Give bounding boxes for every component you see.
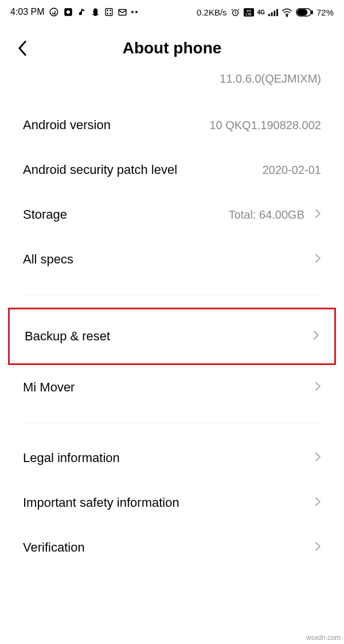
svg-rect-16 bbox=[276, 9, 278, 15]
whatsapp-icon bbox=[49, 7, 59, 17]
battery-percent: 72% bbox=[316, 7, 334, 17]
storage-label: Storage bbox=[23, 207, 67, 222]
chevron-right-icon bbox=[315, 541, 321, 554]
row-storage[interactable]: Storage Total: 64.00GB bbox=[0, 192, 344, 237]
svg-rect-13 bbox=[268, 14, 270, 16]
svg-rect-19 bbox=[311, 10, 312, 14]
status-bar: 4:03 PM •• 0.2KB/s VOLTE 4G bbox=[0, 0, 344, 24]
tiktok-icon bbox=[77, 7, 87, 17]
chevron-right-icon bbox=[315, 496, 321, 509]
wifi-icon bbox=[282, 8, 292, 17]
verification-label: Verification bbox=[23, 540, 85, 555]
chevron-left-icon bbox=[17, 40, 27, 56]
storage-value: Total: 64.00GB bbox=[229, 208, 304, 222]
svg-rect-14 bbox=[271, 12, 273, 16]
svg-point-0 bbox=[50, 8, 58, 16]
svg-rect-3 bbox=[105, 9, 112, 15]
row-backup-reset[interactable]: Backup & reset bbox=[10, 309, 334, 363]
content: 11.0.6.0(QEJMIXM) Android version 10 QKQ… bbox=[0, 68, 344, 570]
snapchat-icon bbox=[91, 7, 100, 17]
legal-label: Legal information bbox=[23, 451, 120, 465]
volte-icon: VOLTE bbox=[244, 8, 254, 17]
signal-4g-icon: 4G bbox=[257, 9, 265, 15]
all-specs-label: All specs bbox=[23, 252, 73, 267]
chevron-right-icon bbox=[315, 452, 321, 464]
watermark: wsxdn.com bbox=[306, 634, 341, 642]
svg-point-2 bbox=[67, 10, 70, 14]
mi-mover-label: Mi Mover bbox=[23, 380, 75, 395]
status-right: 0.2KB/s VOLTE 4G 72% bbox=[197, 7, 334, 17]
status-time: 4:03 PM bbox=[10, 7, 45, 17]
svg-text:VO: VO bbox=[247, 9, 251, 12]
back-button[interactable] bbox=[17, 40, 40, 56]
svg-point-5 bbox=[110, 10, 111, 11]
row-all-specs[interactable]: All specs bbox=[0, 237, 344, 282]
row-mi-mover[interactable]: Mi Mover bbox=[0, 365, 344, 410]
more-icon: •• bbox=[131, 7, 139, 17]
alarm-icon bbox=[230, 7, 240, 17]
svg-text:LTE: LTE bbox=[246, 12, 252, 15]
backup-reset-label: Backup & reset bbox=[25, 329, 110, 344]
row-verification[interactable]: Verification bbox=[0, 525, 344, 570]
chevron-right-icon bbox=[315, 208, 321, 221]
battery-icon bbox=[296, 8, 313, 17]
chevron-right-icon bbox=[313, 330, 319, 343]
svg-rect-15 bbox=[273, 10, 275, 15]
signal-icon bbox=[268, 8, 278, 17]
svg-point-6 bbox=[107, 13, 107, 14]
app-icon bbox=[63, 7, 73, 17]
status-left: 4:03 PM •• bbox=[10, 7, 139, 17]
row-legal-information[interactable]: Legal information bbox=[0, 436, 344, 480]
svg-point-17 bbox=[286, 15, 287, 16]
gmail-icon bbox=[118, 7, 127, 17]
highlight-box: Backup & reset bbox=[8, 308, 336, 365]
security-patch-label: Android security patch level bbox=[23, 162, 177, 177]
row-security-patch[interactable]: Android security patch level 2020-02-01 bbox=[0, 148, 344, 192]
page-title: About phone bbox=[123, 39, 222, 57]
divider bbox=[23, 422, 321, 423]
android-version-label: Android version bbox=[23, 118, 111, 133]
row-android-version[interactable]: Android version 10 QKQ1.190828.002 bbox=[0, 103, 344, 148]
svg-point-4 bbox=[107, 10, 107, 11]
header: About phone bbox=[0, 24, 344, 68]
security-patch-value: 2020-02-01 bbox=[263, 164, 321, 177]
safety-label: Important safety information bbox=[23, 495, 179, 510]
grid-icon bbox=[104, 7, 114, 17]
row-safety-information[interactable]: Important safety information bbox=[0, 480, 344, 525]
android-version-value: 10 QKQ1.190828.002 bbox=[209, 119, 321, 132]
chevron-right-icon bbox=[315, 381, 321, 394]
divider bbox=[23, 294, 321, 295]
svg-rect-20 bbox=[298, 9, 307, 14]
svg-point-7 bbox=[110, 13, 111, 14]
data-rate: 0.2KB/s bbox=[197, 7, 227, 17]
chevron-right-icon bbox=[315, 253, 321, 266]
miui-version-value: 11.0.6.0(QEJMIXM) bbox=[0, 68, 344, 103]
